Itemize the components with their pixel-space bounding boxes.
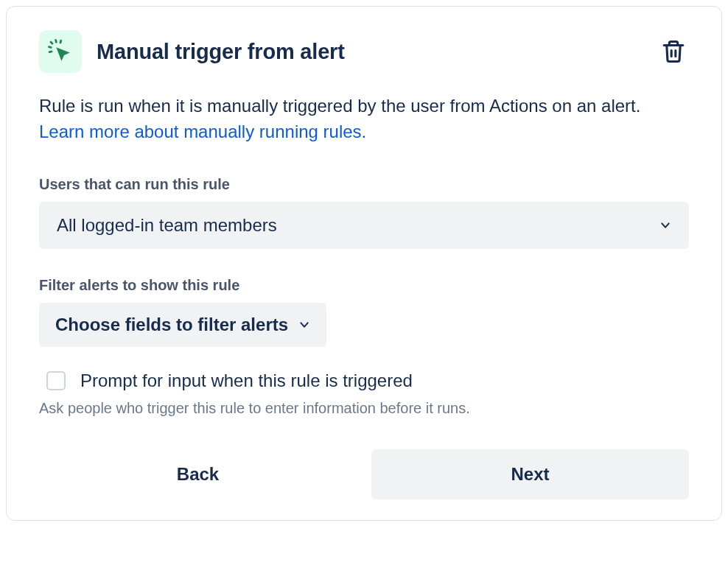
description: Rule is run when it is manually triggere… bbox=[39, 94, 689, 145]
users-field-group: Users that can run this rule All logged-… bbox=[39, 176, 689, 249]
users-select-value: All logged-in team members bbox=[57, 215, 277, 236]
prompt-checkbox[interactable] bbox=[46, 371, 66, 390]
next-button[interactable]: Next bbox=[371, 449, 689, 499]
prompt-checkbox-label[interactable]: Prompt for input when this rule is trigg… bbox=[80, 370, 413, 391]
description-text: Rule is run when it is manually triggere… bbox=[39, 96, 640, 116]
users-select[interactable]: All logged-in team members bbox=[39, 202, 689, 249]
chevron-down-icon bbox=[298, 319, 310, 331]
prompt-hint: Ask people who trigger this rule to ente… bbox=[39, 400, 689, 417]
prompt-checkbox-row: Prompt for input when this rule is trigg… bbox=[39, 370, 689, 391]
filter-select[interactable]: Choose fields to filter alerts bbox=[39, 303, 326, 347]
page-title: Manual trigger from alert bbox=[97, 40, 345, 64]
header-row: Manual trigger from alert bbox=[39, 30, 689, 73]
learn-more-link[interactable]: Learn more about manually running rules. bbox=[39, 122, 366, 141]
back-button[interactable]: Back bbox=[39, 449, 357, 499]
trigger-icon-badge bbox=[39, 30, 82, 73]
filter-select-value: Choose fields to filter alerts bbox=[55, 315, 288, 335]
rule-config-card: Manual trigger from alert Rule is run wh… bbox=[6, 6, 722, 521]
cursor-click-icon bbox=[48, 39, 73, 64]
filter-field-group: Filter alerts to show this rule Choose f… bbox=[39, 277, 689, 370]
trash-icon bbox=[661, 39, 686, 64]
filter-field-label: Filter alerts to show this rule bbox=[39, 277, 689, 294]
delete-button[interactable] bbox=[658, 36, 689, 67]
users-field-label: Users that can run this rule bbox=[39, 176, 689, 193]
button-row: Back Next bbox=[39, 449, 689, 499]
chevron-down-icon bbox=[659, 219, 671, 231]
header-left: Manual trigger from alert bbox=[39, 30, 345, 73]
